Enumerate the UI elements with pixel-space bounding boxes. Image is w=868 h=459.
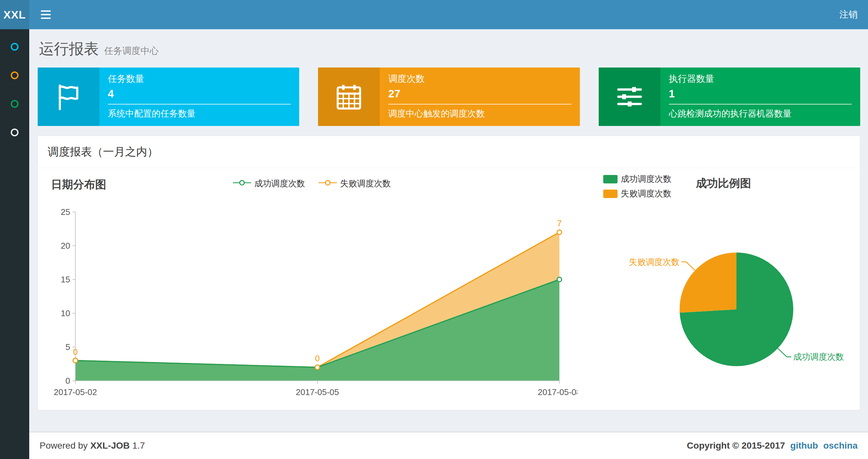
pie-label-line <box>682 262 695 270</box>
line-chart-legend: 成功调度次数 失败调度次数 <box>233 178 391 189</box>
y-tick-label: 25 <box>61 207 70 217</box>
sidebar-toggle-icon[interactable] <box>38 7 54 22</box>
circle-icon <box>11 129 19 136</box>
calendar-icon <box>318 67 380 126</box>
legend-label: 成功调度次数 <box>621 173 672 185</box>
sidebar-item-jobs[interactable] <box>8 70 21 80</box>
sidebar-item-executors[interactable] <box>8 127 21 138</box>
legend-item-success[interactable]: 成功调度次数 <box>603 173 672 185</box>
pie-chart-title: 成功比例图 <box>696 176 751 191</box>
success-point <box>557 277 562 282</box>
sidebar <box>0 29 29 459</box>
x-tick-label: 2017-05-05 <box>296 387 339 397</box>
page-header: 运行报表 任务调度中心 <box>29 29 868 59</box>
y-tick-label: 20 <box>61 241 70 251</box>
pie-slice <box>680 253 793 366</box>
powered-prefix: Powered by <box>40 440 88 451</box>
line-chart-title: 日期分布图 <box>51 177 106 192</box>
oschina-link[interactable]: oschina <box>823 440 858 451</box>
legend-label: 失败调度次数 <box>621 188 672 199</box>
pie-label: 失败调度次数 <box>629 257 680 267</box>
info-box-title: 调度次数 <box>388 73 571 85</box>
report-panel: 调度报表（一月之内） 日期分布图 成功调度次数 失败调度次数 051015202… <box>38 136 860 410</box>
point-label: 0 <box>315 354 320 363</box>
footer: Powered by XXL-JOB 1.7 Copyright © 2015-… <box>29 432 868 459</box>
page-title: 运行报表 <box>39 40 99 57</box>
legend-item-fail[interactable]: 失败调度次数 <box>603 188 672 199</box>
panel-title: 调度报表（一月之内） <box>38 136 860 168</box>
fail-point <box>73 358 78 363</box>
divider <box>669 104 852 104</box>
square-marker-icon <box>603 190 618 198</box>
panel-body: 日期分布图 成功调度次数 失败调度次数 05101520252017-05-02… <box>38 168 860 410</box>
info-box-desc: 系统中配置的任务数量 <box>108 108 291 120</box>
x-tick-label: 2017-05-02 <box>54 387 97 397</box>
app-logo[interactable]: XXL <box>0 0 29 29</box>
info-box-row: 任务数量 4 系统中配置的任务数量 调度次数 2 <box>29 59 868 126</box>
info-box-value: 1 <box>669 88 852 100</box>
legend-item-fail[interactable]: 失败调度次数 <box>319 178 391 189</box>
y-tick-label: 10 <box>61 308 70 318</box>
info-box-title: 任务数量 <box>108 73 291 85</box>
point-label: 7 <box>557 219 562 228</box>
info-box-desc: 调度中心触发的调度次数 <box>388 108 571 120</box>
powered-version: 1.7 <box>132 440 145 451</box>
sliders-icon <box>599 67 660 126</box>
info-box-value: 4 <box>108 88 291 100</box>
info-box-trigger-count: 调度次数 27 调度中心触发的调度次数 <box>318 67 580 126</box>
navbar-body: 注销 <box>29 0 868 29</box>
powered-by: Powered by XXL-JOB 1.7 <box>40 440 145 451</box>
copyright-text: Copyright © 2015-2017 <box>687 440 785 451</box>
legend-label: 成功调度次数 <box>254 178 305 189</box>
y-tick-label: 0 <box>66 376 70 386</box>
info-box-executor-count: 执行器数量 1 心跳检测成功的执行器机器数量 <box>599 67 860 126</box>
content-wrapper: 运行报表 任务调度中心 任务数量 4 系统中配置的任务数量 <box>29 29 868 459</box>
sidebar-item-logs[interactable] <box>8 99 21 109</box>
sidebar-item-report[interactable] <box>8 41 21 52</box>
divider <box>388 104 571 104</box>
x-tick-label: 2017-05-08 <box>538 387 578 397</box>
line-marker-icon <box>233 178 251 189</box>
pie-label: 成功调度次数 <box>793 352 844 362</box>
top-navbar: XXL 注销 <box>0 0 868 29</box>
point-label: 0 <box>73 347 78 357</box>
pie-chart-legend: 成功调度次数 失败调度次数 <box>603 173 672 199</box>
flag-icon <box>38 67 99 126</box>
square-marker-icon <box>603 175 618 184</box>
fail-point <box>315 365 320 369</box>
y-tick-label: 5 <box>66 342 70 352</box>
info-box-value: 27 <box>388 88 571 100</box>
line-marker-icon <box>319 178 337 189</box>
github-link[interactable]: github <box>790 440 818 451</box>
copyright-area: Copyright © 2015-2017 github oschina <box>687 440 858 451</box>
fail-point <box>557 230 562 234</box>
xxl-job-dashboard: XXL 注销 运行报表 任务调度中心 <box>0 0 868 459</box>
info-box-title: 执行器数量 <box>669 73 852 85</box>
circle-icon <box>11 100 19 108</box>
line-chart: 05101520252017-05-022017-05-052017-05-08… <box>38 194 577 405</box>
powered-brand: XXL-JOB <box>90 440 130 451</box>
legend-label: 失败调度次数 <box>340 178 391 189</box>
page-subtitle: 任务调度中心 <box>104 46 158 56</box>
circle-icon <box>11 43 19 51</box>
circle-icon <box>11 71 19 79</box>
pie-slice <box>680 253 737 313</box>
logout-link[interactable]: 注销 <box>839 8 858 21</box>
y-tick-label: 15 <box>61 274 70 284</box>
info-box-job-count: 任务数量 4 系统中配置的任务数量 <box>38 67 299 126</box>
pie-label-line <box>778 348 791 357</box>
legend-item-success[interactable]: 成功调度次数 <box>233 178 305 189</box>
info-box-desc: 心跳检测成功的执行器机器数量 <box>669 108 852 120</box>
divider <box>108 104 291 104</box>
